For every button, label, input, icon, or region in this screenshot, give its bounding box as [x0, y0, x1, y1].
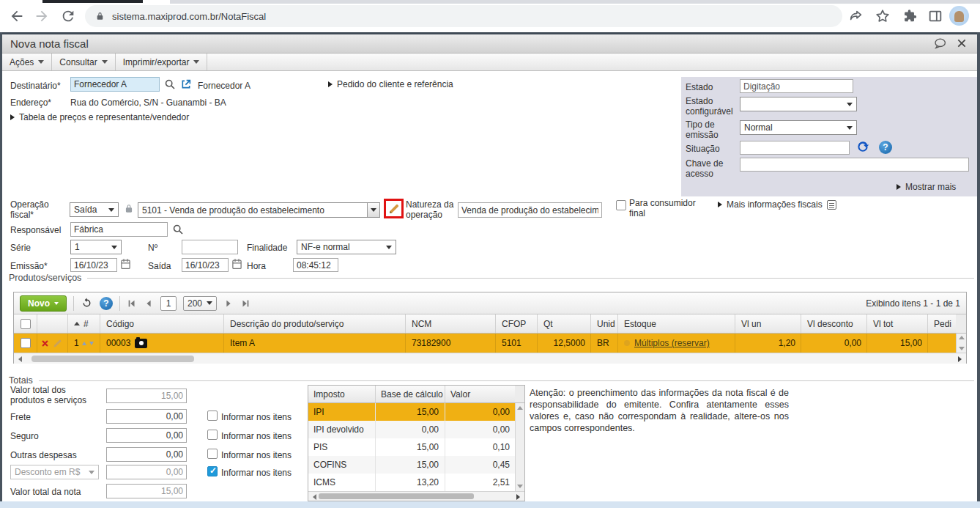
- profile-avatar[interactable]: [949, 6, 969, 26]
- outras-informar-checkbox[interactable]: [207, 449, 218, 459]
- destinatario-name-link[interactable]: Fornecedor A: [198, 81, 250, 91]
- imposto-row[interactable]: ICMS 13,20 2,51: [308, 474, 524, 491]
- saida-input[interactable]: 16/10/23: [182, 258, 229, 272]
- delete-row-icon[interactable]: [41, 339, 49, 347]
- imposto-row[interactable]: IPI devolvido 0,00 0,00: [308, 421, 524, 438]
- desconto-tipo-select[interactable]: Desconto em R$: [10, 465, 99, 479]
- tabela-precos-expander[interactable]: Tabela de preços e representante/vendedo…: [10, 112, 189, 122]
- col-num[interactable]: #: [68, 314, 100, 333]
- col-qt[interactable]: Qt: [538, 314, 591, 333]
- grid-refresh-icon[interactable]: [81, 297, 93, 309]
- numero-input[interactable]: [182, 240, 238, 254]
- reload-icon[interactable]: [60, 8, 76, 24]
- chave-acesso-input[interactable]: [740, 158, 969, 172]
- col-vl-un[interactable]: Vl un: [735, 314, 801, 333]
- refresh-icon[interactable]: [855, 139, 870, 154]
- impostos-vertical-scrollbar[interactable]: [515, 403, 524, 491]
- scroll-right-icon[interactable]: [958, 356, 962, 362]
- estado-configuravel-select[interactable]: [740, 97, 857, 111]
- natureza-operacao-input[interactable]: Venda de produção do estabelecimento: [458, 202, 602, 218]
- extensions-puzzle-icon[interactable]: [902, 8, 918, 24]
- col-descricao[interactable]: Descrição do produto/serviço: [224, 314, 406, 333]
- col-codigo[interactable]: Código: [100, 314, 224, 333]
- col-base-calculo[interactable]: Base de cálculo: [376, 386, 445, 402]
- help-icon[interactable]: [879, 141, 892, 154]
- row-checkbox[interactable]: [21, 338, 31, 348]
- col-ncm[interactable]: NCM: [406, 314, 496, 333]
- edit-pencil-icon[interactable]: [388, 203, 400, 215]
- grid-horizontal-scrollbar[interactable]: [14, 353, 966, 364]
- novo-button[interactable]: Novo: [20, 295, 67, 312]
- search-icon[interactable]: [164, 78, 176, 90]
- menu-consultar[interactable]: Consultar: [52, 54, 115, 70]
- product-row[interactable]: 1 00003 Item A 73182900 5101 12,5000 BR …: [14, 334, 966, 353]
- desconto-informar-checkbox[interactable]: [207, 466, 218, 476]
- calendar-icon[interactable]: [120, 258, 131, 270]
- responsavel-input[interactable]: Fábrica: [70, 222, 168, 237]
- forward-icon[interactable]: [34, 8, 50, 24]
- seguro-informar-checkbox[interactable]: [207, 430, 218, 440]
- frete-informar-checkbox[interactable]: [207, 411, 218, 421]
- scroll-left-icon[interactable]: [313, 494, 316, 500]
- col-imposto[interactable]: Imposto: [308, 386, 376, 402]
- page-prev-icon[interactable]: [144, 298, 154, 309]
- scroll-right-icon[interactable]: [516, 494, 520, 500]
- serie-select[interactable]: 1: [70, 240, 122, 254]
- seguro-input[interactable]: 0,00: [106, 428, 187, 443]
- page-first-icon[interactable]: [127, 298, 137, 309]
- imposto-row[interactable]: IPI 15,00 0,00: [308, 403, 524, 421]
- consumidor-final-checkbox[interactable]: [616, 200, 626, 210]
- help-icon[interactable]: [100, 297, 113, 310]
- frete-input[interactable]: 0,00: [106, 409, 187, 424]
- scrollbar-thumb[interactable]: [319, 493, 474, 499]
- menu-imprimir-exportar[interactable]: Imprimir/exportar: [116, 54, 208, 70]
- select-all-checkbox-cell[interactable]: [14, 314, 37, 333]
- valor-total-nota-input[interactable]: 15,00: [106, 484, 187, 498]
- browser-menu-icon[interactable]: [973, 8, 980, 24]
- scroll-up-icon[interactable]: [517, 406, 523, 410]
- move-up-icon[interactable]: [82, 342, 86, 345]
- scroll-down-icon[interactable]: [959, 347, 965, 350]
- impostos-horizontal-scrollbar[interactable]: [308, 491, 524, 501]
- finalidade-select[interactable]: NF-e normal: [297, 240, 396, 254]
- hora-input[interactable]: 08:45:12: [293, 258, 338, 272]
- scrollbar-thumb[interactable]: [31, 356, 194, 362]
- col-cfop[interactable]: CFOP: [496, 314, 538, 333]
- external-link-icon[interactable]: [180, 78, 192, 90]
- camera-icon[interactable]: [135, 339, 147, 348]
- col-valor[interactable]: Valor: [445, 386, 515, 402]
- col-pedido[interactable]: Pedi: [928, 314, 956, 333]
- tipo-emissao-select[interactable]: Normal: [740, 120, 857, 135]
- col-estoque[interactable]: Estoque: [618, 314, 735, 333]
- close-icon[interactable]: [957, 38, 967, 48]
- page-number-box[interactable]: 1: [160, 296, 177, 311]
- move-down-icon[interactable]: [89, 342, 94, 345]
- imposto-row[interactable]: COFINS 15,00 0,45: [308, 456, 524, 474]
- operacao-tipo-select[interactable]: Saída: [70, 202, 119, 217]
- share-icon[interactable]: [848, 8, 864, 24]
- grid-vertical-scrollbar[interactable]: [956, 334, 966, 353]
- url-bar[interactable]: sistema.maxiprod.com.br/NotaFiscal: [85, 5, 842, 27]
- select-all-checkbox[interactable]: [21, 319, 31, 329]
- page-size-select[interactable]: 200: [183, 296, 217, 311]
- calendar-icon[interactable]: [231, 258, 242, 270]
- valor-produtos-input[interactable]: 15,00: [106, 389, 187, 403]
- feedback-bubble-icon[interactable]: [934, 38, 948, 50]
- back-icon[interactable]: [9, 8, 25, 24]
- page-last-icon[interactable]: [240, 298, 250, 309]
- situacao-input[interactable]: [740, 141, 850, 155]
- emissao-input[interactable]: 16/10/23: [70, 258, 117, 272]
- destinatario-input[interactable]: Fornecedor A: [70, 77, 160, 92]
- menu-acoes[interactable]: Ações: [2, 54, 52, 70]
- col-unid[interactable]: Unid: [591, 314, 618, 333]
- outras-despesas-input[interactable]: 0,00: [106, 447, 187, 462]
- combo-dropdown-button[interactable]: [367, 203, 379, 217]
- scroll-down-icon[interactable]: [517, 485, 523, 488]
- imposto-row[interactable]: PIS 15,00 0,10: [308, 438, 524, 456]
- edit-pencil-icon[interactable]: [53, 339, 62, 348]
- scroll-left-icon[interactable]: [18, 356, 22, 362]
- scroll-up-icon[interactable]: [959, 336, 965, 339]
- bookmark-star-icon[interactable]: [875, 8, 891, 24]
- estado-input[interactable]: Digitação: [740, 79, 853, 93]
- mostrar-mais-expander[interactable]: Mostrar mais: [897, 182, 956, 192]
